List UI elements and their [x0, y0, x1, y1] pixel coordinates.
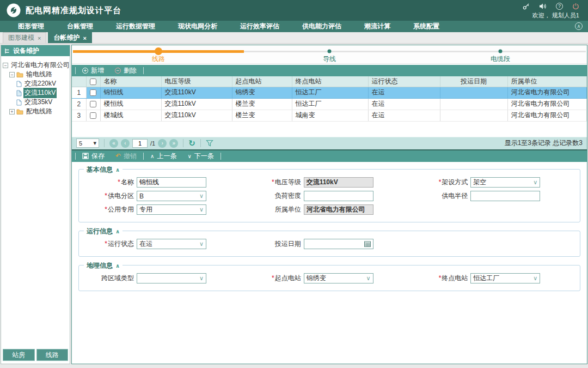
start-station-select[interactable]: 锦绣变 ∨ [304, 273, 373, 283]
line-button[interactable]: 线路 [36, 349, 69, 361]
row-checkbox[interactable] [90, 101, 96, 107]
step-cable-segment[interactable]: 电缆段 [415, 45, 586, 63]
next-record-button[interactable]: ∨ 下一条 [182, 150, 219, 162]
menu-item-grid-analysis[interactable]: 现状电网分析 [167, 22, 229, 31]
field-commission-date: 投运日期 [246, 239, 413, 250]
col-org[interactable]: 所属单位 [507, 76, 587, 87]
tree-node-ac35kv[interactable]: 交流35kV [3, 98, 68, 107]
required-mark: * [105, 192, 107, 200]
col-end-station[interactable]: 终点电站 [292, 76, 368, 87]
collapse-node-icon[interactable]: − [3, 63, 8, 68]
app-window: 配电网精准规划设计平台 ? 欢迎， 规划人员1 图形管理 [0, 0, 588, 368]
collapse-menu-icon[interactable]: ∧ [575, 22, 583, 30]
section-operation-info: 运行信息 ∧ *运行状态 在运 ∨ 投运日期 [78, 231, 580, 257]
save-icon [82, 153, 89, 159]
row-checkbox[interactable] [90, 112, 96, 119]
collapse-section-icon[interactable]: ∧ [115, 228, 120, 234]
table-empty-space [72, 122, 587, 137]
menu-item-power-flow[interactable]: 潮流计算 [353, 22, 402, 31]
public-private-select[interactable]: 专用 ∨ [137, 204, 206, 215]
tree-node-distribution-lines[interactable]: + 配电线路 [3, 107, 68, 116]
table-row[interactable]: 2 楼恒线 交流110kV 楼兰变 恒达工厂 在运 河北省电力有限公司 [72, 98, 587, 110]
col-commission-date[interactable]: 投运日期 [440, 76, 507, 87]
load-density-input[interactable] [304, 191, 373, 201]
station-button[interactable]: 站房 [3, 349, 35, 361]
main-menu-bar: 图形管理 台账管理 运行数据管理 现状电网分析 运行效率评估 供电能力评估 潮流… [0, 21, 588, 32]
collapse-section-icon[interactable]: ∧ [115, 167, 120, 173]
folder-icon [16, 108, 23, 114]
end-station-select[interactable]: 恒达工厂 ∨ [470, 273, 540, 283]
key-icon[interactable] [523, 3, 530, 10]
zone-select[interactable]: B ∨ [137, 191, 206, 201]
tree-node-ac220kv[interactable]: 交流220kV [3, 79, 68, 88]
table-row[interactable]: 3 楼城线 交流110kV 楼兰变 城南变 在运 河北省电力有限公司 [72, 110, 587, 121]
welcome-text: 欢迎， 规划人员1 [532, 11, 583, 20]
section-title: 运行信息 ∧ [84, 227, 122, 236]
file-icon [16, 99, 22, 106]
prev-record-button[interactable]: ∧ 上一条 [145, 150, 182, 162]
menu-item-system-config[interactable]: 系统配置 [402, 22, 451, 31]
first-page-button[interactable]: « [109, 139, 118, 148]
refresh-icon[interactable]: ↻ [188, 139, 195, 147]
tree-node-company[interactable]: − 河北省电力有限公司 [3, 61, 68, 70]
add-button[interactable]: + 新增 [77, 65, 109, 76]
save-button[interactable]: 保存 [77, 150, 110, 162]
toolbar-divider [75, 67, 76, 74]
status-select[interactable]: 在运 ∨ [137, 239, 206, 249]
volume-icon[interactable] [539, 3, 547, 10]
page-size-select[interactable]: 5 ▾ [76, 138, 99, 148]
field-cross-region: 跨区域类型 ∨ [79, 273, 246, 284]
collapse-section-icon[interactable]: ∧ [115, 263, 120, 269]
cross-region-select[interactable]: ∨ [137, 273, 206, 283]
close-icon[interactable]: × [83, 35, 86, 41]
tab-label: 图形建模 [8, 33, 34, 43]
menu-item-ledger-mgmt[interactable]: 台账管理 [56, 22, 105, 31]
step-conductor[interactable]: 导线 [244, 45, 415, 63]
header-icons: ? [523, 3, 583, 10]
menu-item-operation-data[interactable]: 运行数据管理 [105, 22, 167, 31]
pager-divider [200, 139, 201, 147]
tab-ledger-maintenance[interactable]: 台帐维护 × [48, 32, 91, 43]
sidebar: 设备维护 − 河北省电力有限公司 − 输电线路 [1, 45, 70, 364]
tree-node-transmission-lines[interactable]: − 输电线路 [3, 70, 68, 79]
chevron-down-icon: ∨ [533, 275, 537, 282]
col-status[interactable]: 运行状态 [368, 76, 440, 87]
row-checkbox[interactable] [90, 89, 96, 96]
expand-node-icon[interactable]: + [9, 109, 15, 114]
filter-funnel-icon[interactable] [206, 140, 213, 147]
required-mark: * [272, 178, 274, 186]
step-indicator: 线路 导线 电缆段 [72, 45, 587, 64]
delete-button[interactable]: − 删除 [109, 65, 142, 76]
last-page-button[interactable]: » [169, 139, 178, 148]
menu-item-efficiency-eval[interactable]: 运行效率评估 [229, 22, 291, 31]
step-line[interactable]: 线路 [73, 45, 244, 63]
col-name[interactable]: 名称 [100, 76, 161, 87]
prev-page-button[interactable]: ‹ [121, 139, 130, 148]
commission-date-input[interactable] [304, 239, 373, 249]
chevron-down-icon: ∨ [199, 206, 204, 213]
close-icon[interactable]: × [38, 35, 41, 41]
next-page-button[interactable]: › [158, 139, 167, 148]
collapse-node-icon[interactable]: − [9, 72, 15, 77]
step-dot [155, 47, 162, 55]
tree-node-ac110kv[interactable]: 交流110kV [3, 88, 68, 98]
field-zone: *供电分区 B ∨ [79, 191, 246, 202]
device-tree: − 河北省电力有限公司 − 输电线路 交流220kV [1, 56, 70, 347]
rownum-header [72, 76, 86, 87]
help-icon[interactable]: ? [556, 3, 563, 10]
menu-item-capacity-eval[interactable]: 供电能力评估 [291, 22, 353, 31]
name-input[interactable] [137, 177, 206, 188]
power-icon[interactable] [572, 3, 579, 10]
erection-select[interactable]: 架空 ∨ [470, 177, 540, 188]
select-all-checkbox[interactable] [90, 79, 96, 85]
table-row[interactable]: 1 锦恒线 交流110kV 锦绣变 恒达工厂 在运 河北省电力有限公司 [72, 87, 587, 98]
menu-item-graphic-mgmt[interactable]: 图形管理 [7, 22, 56, 31]
page-number-input[interactable] [132, 139, 148, 148]
col-voltage[interactable]: 电压等级 [161, 76, 232, 87]
tab-graphic-modeling[interactable]: 图形建模 × [3, 32, 46, 43]
col-start-station[interactable]: 起点电站 [232, 76, 292, 87]
undo-button[interactable]: ↶ 撤销 [110, 150, 142, 162]
radius-input[interactable] [470, 191, 540, 201]
table-header-row: 名称 电压等级 起点电站 终点电站 运行状态 投运日期 所属单位 [72, 76, 587, 87]
required-mark: * [118, 178, 120, 186]
